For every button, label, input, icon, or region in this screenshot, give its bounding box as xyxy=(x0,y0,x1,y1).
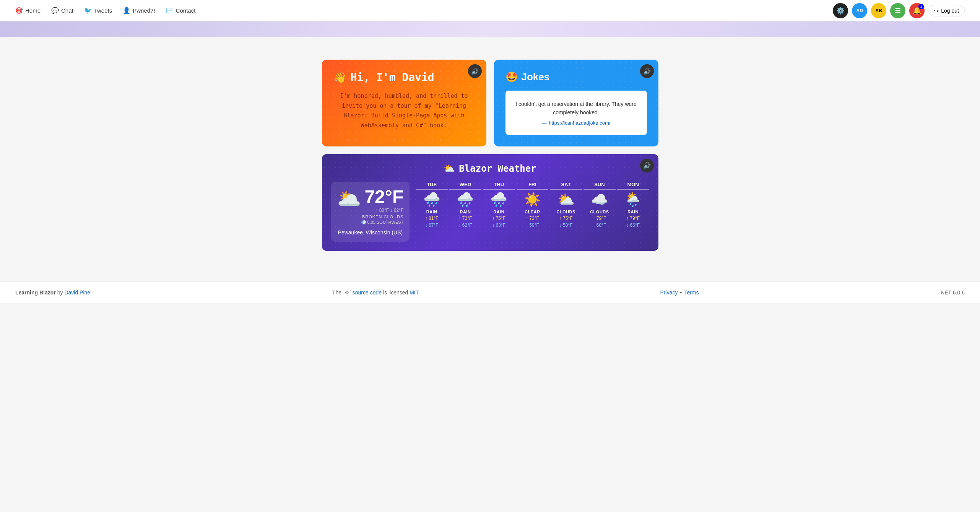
forecast-day-icon: 🌦️ xyxy=(624,193,642,206)
current-location: Pewaukee, Wisconsin (US) xyxy=(337,229,404,236)
current-hilo: ↑ 80°F ↓ 62°F xyxy=(361,208,404,213)
logout-icon: ↪ xyxy=(934,8,939,14)
footer-brand-name: Learning Blazor xyxy=(15,289,56,296)
weather-emoji: ⛅ xyxy=(444,163,455,174)
terms-link[interactable]: Terms xyxy=(684,289,699,296)
weather-card: 🔊 ⛅ Blazor Weather 🌥️ 72°F ↑ 80°F ↓ 62°F xyxy=(322,154,658,251)
forecast-condition: CLEAR xyxy=(525,210,540,214)
current-hi: 80°F xyxy=(379,208,389,213)
nav-right: ⚙️ AD AB ☰ 🔔 1 ↪ Log out xyxy=(833,3,965,18)
forecast-day-label: THU xyxy=(483,182,515,190)
pwned-icon: 👤 xyxy=(123,7,130,14)
forecast-hi: ↑ 75°F xyxy=(559,216,573,221)
forecast-day-icon: ☁️ xyxy=(591,193,608,206)
footer-source-link[interactable]: source code xyxy=(353,289,382,296)
forecast-day: MON 🌦️ RAIN ↑ 79°F ↓ 66°F xyxy=(617,182,649,242)
forecast-day-label: MON xyxy=(617,182,649,190)
forecast-lo: ↓ 58°F xyxy=(559,223,573,228)
forecast-day: THU 🌧️ RAIN ↑ 75°F ↓ 63°F xyxy=(483,182,515,242)
nav-home-label: Home xyxy=(25,7,41,14)
header: 🎯 Home 💬 Chat 🐦 Tweets 👤 Pwned?! ✉️ Cont… xyxy=(0,0,980,21)
footer-mit-link[interactable]: MIT. xyxy=(410,289,419,296)
footer: Learning Blazor by David Pine. The ⚙ sou… xyxy=(0,281,980,303)
forecast-hi: ↑ 73°F xyxy=(526,216,539,221)
settings-button[interactable]: ⚙️ xyxy=(833,3,848,18)
current-weather-icon: 🌥️ xyxy=(337,188,361,210)
nav-pwned[interactable]: 👤 Pwned?! xyxy=(123,7,155,14)
jokes-title: 🤩 Jokes xyxy=(505,71,647,83)
translate-button[interactable]: AB xyxy=(871,3,886,18)
forecast-condition: RAIN xyxy=(493,210,504,214)
footer-version: .NET 6.0.6 xyxy=(939,289,965,296)
forecast-day-icon: 🌧️ xyxy=(490,193,507,206)
nav-chat-label: Chat xyxy=(61,7,73,14)
forecast-lo: ↓ 60°F xyxy=(593,223,606,228)
joke-box: I couldn't get a reservation at the libr… xyxy=(505,91,647,135)
header-banner xyxy=(0,21,980,37)
joke-text: I couldn't get a reservation at the libr… xyxy=(513,100,639,117)
current-lo: 62°F xyxy=(394,208,403,213)
forecast-hi: ↑ 75°F xyxy=(492,216,505,221)
jokes-emoji: 🤩 xyxy=(505,71,518,83)
home-icon: 🎯 xyxy=(15,7,23,14)
current-lo-icon: ↓ xyxy=(390,208,392,213)
forecast-lo: ↓ 63°F xyxy=(492,223,505,228)
forecast-day-label: SAT xyxy=(550,182,582,190)
footer-separator: • xyxy=(680,289,682,296)
forecast-lo: ↓ 62°F xyxy=(459,223,472,228)
forecast-day: FRI ☀️ CLEAR ↑ 73°F ↓ 59°F xyxy=(517,182,549,242)
forecast-lo: ↓ 67°F xyxy=(425,223,439,228)
nav-tweets[interactable]: 🐦 Tweets xyxy=(84,7,112,14)
forecast-hi: ↑ 81°F xyxy=(425,216,439,221)
forecast-day: TUE 🌧️ RAIN ↑ 81°F ↓ 67°F xyxy=(416,182,448,242)
forecast-condition: RAIN xyxy=(627,210,639,214)
forecast-day: WED 🌧️ RAIN ↑ 72°F ↓ 62°F xyxy=(449,182,481,242)
list-button[interactable]: ☰ xyxy=(890,3,905,18)
nav-contact[interactable]: ✉️ Contact xyxy=(166,7,196,14)
greeting-body: I'm honored, humbled, and thrilled to in… xyxy=(333,91,475,130)
forecast-hi: ↑ 79°F xyxy=(593,216,606,221)
privacy-link[interactable]: Privacy xyxy=(660,289,678,296)
jokes-sound-button[interactable]: 🔊 xyxy=(640,64,654,78)
footer-license-text: is licensed xyxy=(383,289,410,296)
joke-source: — https://icanhazdadjoke.com/ xyxy=(513,120,639,126)
footer-author-link[interactable]: David Pine. xyxy=(64,289,92,296)
greeting-title: 👋 Hi, I'm David xyxy=(333,71,475,84)
greeting-sound-button[interactable]: 🔊 xyxy=(468,64,482,78)
forecast-hi: ↑ 79°F xyxy=(626,216,640,221)
forecast-day-icon: 🌧️ xyxy=(423,193,440,206)
forecast-lo: ↓ 59°F xyxy=(526,223,539,228)
current-hi-icon: ↑ xyxy=(375,208,378,213)
greeting-emoji: 👋 xyxy=(333,71,347,84)
forecast-condition: RAIN xyxy=(426,210,437,214)
forecast-day-label: TUE xyxy=(416,182,448,190)
weather-sound-button[interactable]: 🔊 xyxy=(640,159,654,172)
nav-pwned-label: Pwned?! xyxy=(133,7,155,14)
wind-icon: 💨 xyxy=(361,220,366,224)
main-content: 🔊 👋 Hi, I'm David I'm honored, humbled, … xyxy=(314,60,666,251)
notification-badge: 1 xyxy=(918,4,924,9)
joke-source-link[interactable]: https://icanhazdadjoke.com/ xyxy=(549,120,610,126)
current-description: BROKEN CLOUDS xyxy=(361,215,404,219)
weather-body: 🌥️ 72°F ↑ 80°F ↓ 62°F BROKEN CLOUDS 💨 8 xyxy=(331,182,649,242)
forecast-condition: CLOUDS xyxy=(556,210,575,214)
weather-current: 🌥️ 72°F ↑ 80°F ↓ 62°F BROKEN CLOUDS 💨 8 xyxy=(331,182,410,242)
footer-brand: Learning Blazor by David Pine. xyxy=(15,289,92,296)
forecast-day-label: FRI xyxy=(517,182,549,190)
footer-links: Privacy • Terms xyxy=(660,289,699,296)
logout-button[interactable]: ↪ Log out xyxy=(928,5,965,16)
nav-tweets-label: Tweets xyxy=(94,7,112,14)
forecast-condition: CLOUDS xyxy=(590,210,609,214)
forecast-day-icon: ⛅ xyxy=(557,193,575,206)
footer-github-icon: ⚙ xyxy=(345,289,349,296)
forecast-day: SUN ☁️ CLOUDS ↑ 79°F ↓ 60°F xyxy=(583,182,616,242)
forecast-day-icon: ☀️ xyxy=(524,193,541,206)
chat-icon: 💬 xyxy=(51,7,59,14)
ad-button[interactable]: AD xyxy=(852,3,867,18)
notification-button[interactable]: 🔔 1 xyxy=(909,3,925,18)
forecast-hi: ↑ 72°F xyxy=(459,216,472,221)
nav-chat[interactable]: 💬 Chat xyxy=(51,7,73,14)
current-temp: 72°F xyxy=(361,188,404,206)
nav-home[interactable]: 🎯 Home xyxy=(15,7,41,14)
nav-left: 🎯 Home 💬 Chat 🐦 Tweets 👤 Pwned?! ✉️ Cont… xyxy=(15,7,195,14)
